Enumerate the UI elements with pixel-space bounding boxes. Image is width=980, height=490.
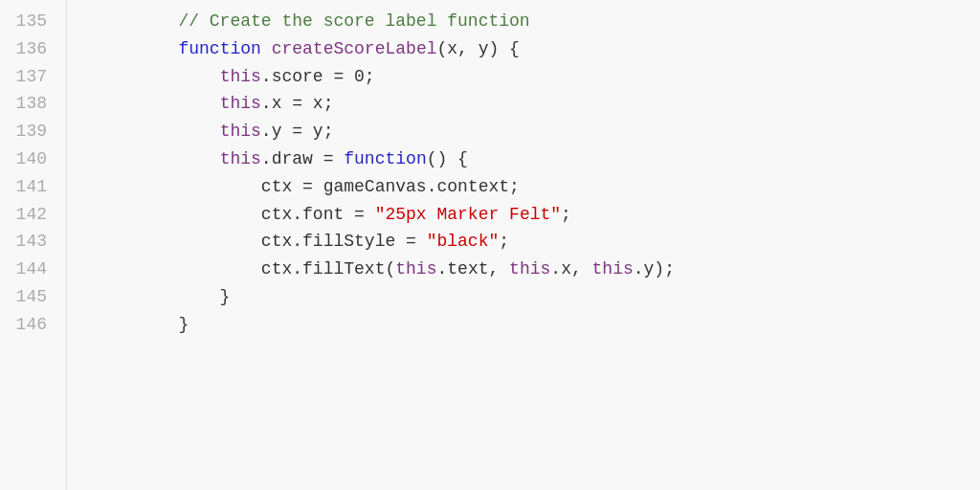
- code-token: () {: [427, 149, 468, 168]
- code-line-136: function createScoreLabel(x, y) {: [96, 35, 980, 63]
- code-token: this: [220, 149, 261, 168]
- code-line-142: ctx.font = "25px Marker Felt";: [96, 201, 980, 229]
- line-number-141: 141: [10, 173, 47, 201]
- code-line-141: ctx = gameCanvas.context;: [96, 173, 980, 201]
- code-token: // Create the score label function: [96, 11, 530, 31]
- code-editor: 135136137138139140141142143144145146 // …: [0, 0, 980, 490]
- code-token: this: [395, 259, 436, 278]
- code-line-138: this.x = x;: [96, 90, 980, 118]
- line-number-142: 142: [10, 201, 47, 229]
- code-line-140: this.draw = function() {: [96, 145, 980, 173]
- line-number-140: 140: [10, 145, 47, 173]
- code-line-139: this.y = y;: [96, 118, 980, 145]
- line-number-143: 143: [10, 228, 47, 256]
- code-token: }: [96, 315, 189, 334]
- code-content: // Create the score label function funct…: [67, 0, 980, 490]
- code-token: ctx.font =: [96, 205, 375, 224]
- code-token: ;: [561, 205, 571, 224]
- code-token: .text,: [436, 259, 509, 278]
- code-token: ctx.fillStyle =: [96, 232, 427, 251]
- code-token: createScoreLabel: [272, 39, 437, 58]
- line-number-146: 146: [10, 311, 47, 339]
- code-token: .draw =: [261, 149, 344, 168]
- code-token: .x,: [550, 259, 591, 278]
- line-number-135: 135: [10, 8, 47, 35]
- code-token: [96, 122, 220, 141]
- line-number-138: 138: [10, 90, 47, 118]
- line-number-144: 144: [10, 256, 47, 283]
- code-token: .x = x;: [261, 94, 334, 113]
- code-line-135: // Create the score label function: [96, 8, 980, 35]
- code-token: this: [220, 94, 261, 113]
- code-line-144: ctx.fillText(this.text, this.x, this.y);: [96, 256, 980, 283]
- code-token: ;: [499, 232, 509, 251]
- line-number-139: 139: [10, 118, 47, 145]
- code-token: [96, 94, 220, 113]
- code-line-145: }: [96, 283, 980, 311]
- code-token: .score = 0;: [261, 67, 375, 86]
- line-number-gutter: 135136137138139140141142143144145146: [0, 0, 67, 490]
- code-line-137: this.score = 0;: [96, 63, 980, 91]
- code-token: this: [220, 67, 261, 86]
- code-token: ctx.fillText(: [96, 259, 395, 278]
- line-number-145: 145: [10, 283, 47, 311]
- code-token: }: [96, 287, 230, 306]
- code-token: ctx = gameCanvas.context;: [96, 177, 520, 196]
- code-token: this: [220, 122, 261, 141]
- code-line-143: ctx.fillStyle = "black";: [96, 228, 980, 256]
- code-token: function: [178, 39, 260, 58]
- code-token: (x, y) {: [436, 39, 519, 58]
- code-token: [96, 39, 178, 58]
- code-token: [261, 39, 272, 58]
- code-token: "black": [427, 232, 500, 251]
- code-token: .y = y;: [261, 122, 334, 141]
- code-token: [96, 149, 220, 168]
- code-line-146: }: [96, 311, 980, 339]
- code-token: function: [344, 149, 426, 168]
- code-token: "25px Marker Felt": [375, 205, 561, 224]
- line-number-137: 137: [10, 63, 47, 91]
- line-number-136: 136: [10, 35, 47, 63]
- code-token: .y);: [634, 259, 675, 278]
- code-token: this: [509, 259, 550, 278]
- code-token: [96, 67, 220, 86]
- code-token: this: [592, 259, 634, 278]
